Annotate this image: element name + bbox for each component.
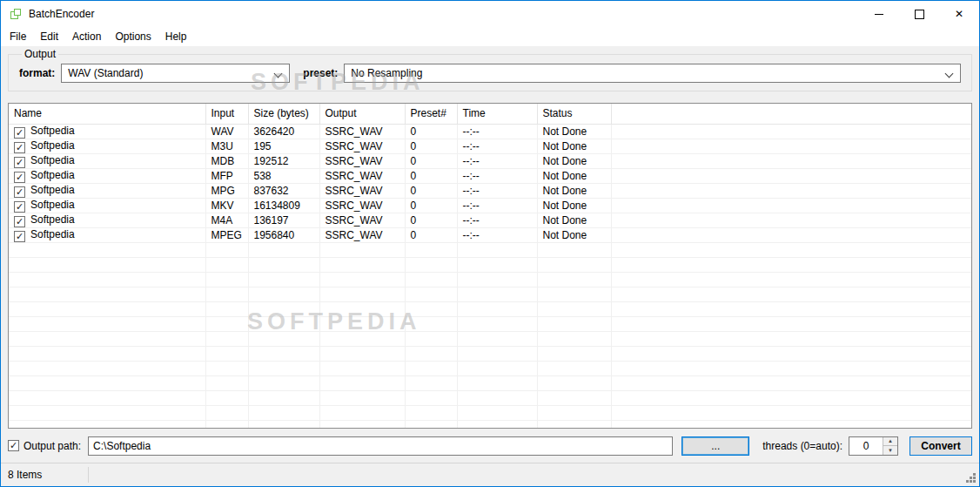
preset-combobox[interactable]: No Resampling — [344, 64, 961, 83]
table-row[interactable]: ✓SoftpediaMPG837632SSRC_WAV0--:--Not Don… — [9, 183, 971, 198]
spin-down-button[interactable]: ▼ — [883, 445, 897, 455]
cell-output: SSRC_WAV — [319, 168, 405, 183]
cell-empty — [611, 153, 971, 168]
table-row[interactable]: ✓SoftpediaM4A136197SSRC_WAV0--:--Not Don… — [9, 213, 971, 227]
cell-input: M4A — [205, 213, 248, 227]
row-checkbox[interactable]: ✓ — [14, 172, 25, 183]
cell-status: Not Done — [537, 168, 611, 183]
statusbar: 8 Items — [1, 463, 979, 486]
cell-output: SSRC_WAV — [319, 213, 405, 227]
cell-status: Not Done — [537, 124, 611, 139]
column-header-preset[interactable]: Preset# — [405, 104, 457, 124]
cell-empty — [611, 213, 971, 227]
column-header-size-bytes[interactable]: Size (bytes) — [248, 104, 319, 124]
cell-output: SSRC_WAV — [319, 227, 405, 242]
table-row[interactable]: ✓SoftpediaMFP538SSRC_WAV0--:--Not Done — [9, 168, 971, 183]
preset-label: preset: — [303, 67, 338, 79]
format-combobox[interactable]: WAV (Standard) — [61, 64, 290, 83]
app-icon — [9, 7, 23, 21]
resize-grip-icon[interactable] — [973, 480, 976, 483]
batchencoder-window: BatchEncoder ✕ File Edit Action Options … — [0, 0, 980, 487]
spin-up-button[interactable]: ▲ — [883, 437, 897, 446]
row-checkbox[interactable]: ✓ — [14, 157, 25, 168]
browse-button[interactable]: ... — [681, 436, 749, 456]
titlebar[interactable]: BatchEncoder ✕ — [1, 1, 979, 27]
chevron-down-icon — [274, 70, 283, 78]
row-checkbox[interactable]: ✓ — [14, 127, 25, 139]
menu-item-action[interactable]: Action — [65, 28, 108, 45]
preset-selected-value: No Resampling — [351, 67, 422, 79]
cell-time: --:-- — [457, 168, 537, 183]
threads-spinner: ▲ ▼ — [849, 436, 898, 456]
file-list[interactable]: NameInputSize (bytes)OutputPreset#TimeSt… — [8, 103, 972, 429]
threads-label: threads (0=auto): — [762, 440, 842, 452]
threads-input[interactable] — [849, 437, 883, 455]
table-row[interactable]: ✓SoftpediaMPEG1956840SSRC_WAV0--:--Not D… — [9, 227, 971, 242]
menu-item-options[interactable]: Options — [108, 28, 158, 45]
cell-input: WAV — [205, 124, 248, 139]
cell-preset-num: 0 — [405, 213, 457, 227]
cell-input: MFP — [205, 168, 248, 183]
row-checkbox[interactable]: ✓ — [14, 216, 25, 227]
column-header-input[interactable]: Input — [205, 104, 248, 124]
cell-name: ✓Softpedia — [9, 198, 205, 213]
table-empty-row — [9, 242, 971, 257]
row-checkbox[interactable]: ✓ — [14, 142, 25, 153]
column-header-status[interactable]: Status — [537, 104, 611, 124]
output-path-label: Output path: — [23, 440, 81, 452]
table-empty-row — [9, 287, 971, 301]
cell-size-bytes: 16134809 — [248, 198, 319, 213]
row-checkbox[interactable]: ✓ — [14, 231, 25, 242]
cell-size-bytes: 538 — [248, 168, 319, 183]
format-selected-value: WAV (Standard) — [68, 67, 143, 79]
table-empty-row — [9, 375, 971, 390]
column-header-name[interactable]: Name — [9, 104, 205, 124]
cell-name: ✓Softpedia — [9, 168, 205, 183]
cell-name: ✓Softpedia — [9, 139, 205, 153]
cell-input: MPEG — [205, 227, 248, 242]
table-empty-row — [9, 316, 971, 331]
row-checkbox[interactable]: ✓ — [14, 201, 25, 213]
table-row[interactable]: ✓SoftpediaWAV3626420SSRC_WAV0--:--Not Do… — [9, 124, 971, 139]
menu-item-edit[interactable]: Edit — [33, 28, 65, 45]
cell-empty — [611, 227, 971, 242]
cell-time: --:-- — [457, 198, 537, 213]
cell-empty — [611, 139, 971, 153]
column-header-empty — [611, 104, 971, 124]
maximize-icon — [915, 10, 924, 19]
cell-time: --:-- — [457, 139, 537, 153]
cell-output: SSRC_WAV — [319, 183, 405, 198]
menu-item-file[interactable]: File — [3, 28, 33, 45]
maximize-button[interactable] — [899, 1, 939, 27]
cell-size-bytes: 136197 — [248, 213, 319, 227]
table-header-row: NameInputSize (bytes)OutputPreset#TimeSt… — [9, 104, 971, 124]
cell-size-bytes: 192512 — [248, 153, 319, 168]
cell-time: --:-- — [457, 153, 537, 168]
convert-button[interactable]: Convert — [910, 436, 972, 456]
spin-buttons: ▲ ▼ — [883, 437, 897, 455]
output-groupbox: Output format: WAV (Standard) preset: No… — [8, 48, 972, 91]
cell-preset-num: 0 — [405, 227, 457, 242]
table-empty-row — [9, 272, 971, 287]
close-icon: ✕ — [955, 9, 963, 19]
cell-status: Not Done — [537, 139, 611, 153]
statusbar-separator — [88, 467, 89, 483]
close-button[interactable]: ✕ — [939, 1, 979, 27]
cell-preset-num: 0 — [405, 168, 457, 183]
content-area: Output format: WAV (Standard) preset: No… — [1, 46, 979, 463]
menu-item-help[interactable]: Help — [158, 28, 194, 45]
cell-status: Not Done — [537, 213, 611, 227]
output-path-checkbox[interactable]: ✓ — [8, 440, 19, 451]
table-row[interactable]: ✓SoftpediaMKV16134809SSRC_WAV0--:--Not D… — [9, 198, 971, 213]
minimize-icon — [875, 14, 883, 15]
table-row[interactable]: ✓SoftpediaM3U195SSRC_WAV0--:--Not Done — [9, 139, 971, 153]
row-checkbox[interactable]: ✓ — [14, 186, 25, 198]
window-title: BatchEncoder — [29, 8, 94, 20]
minimize-button[interactable] — [859, 1, 899, 27]
cell-input: MKV — [205, 198, 248, 213]
cell-output: SSRC_WAV — [319, 198, 405, 213]
column-header-time[interactable]: Time — [457, 104, 537, 124]
output-path-input[interactable] — [88, 436, 673, 456]
table-row[interactable]: ✓SoftpediaMDB192512SSRC_WAV0--:--Not Don… — [9, 153, 971, 168]
column-header-output[interactable]: Output — [319, 104, 405, 124]
